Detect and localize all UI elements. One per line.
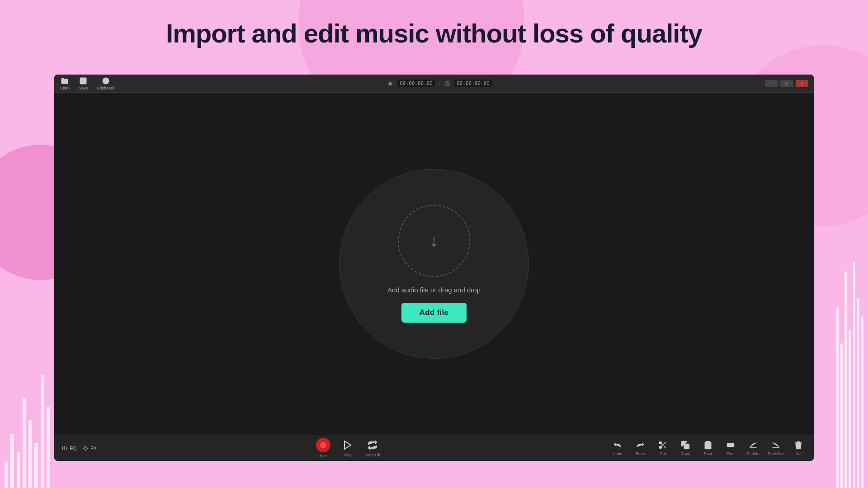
svg-point-12	[660, 442, 662, 444]
decorative-bar	[853, 262, 855, 488]
scissors-icon	[658, 440, 667, 450]
drop-zone[interactable]: ↓ Add audio file or drag and drop Add fi…	[339, 169, 529, 359]
loop-button[interactable]: Loop Off	[365, 439, 380, 457]
bars-right	[832, 217, 868, 488]
fadeout-button[interactable]: FadeOut	[768, 440, 784, 456]
undo-button[interactable]: Undo	[609, 440, 626, 456]
rec-button[interactable]: Rec	[316, 438, 330, 458]
download-arrow-icon: ↓	[430, 233, 438, 249]
window-controls: — □ ✕	[765, 80, 808, 87]
play-icon	[341, 439, 354, 451]
redo-icon	[636, 440, 645, 450]
time-display: 00:00:00.00 / 00:00:00.00	[387, 80, 492, 87]
decorative-bar	[849, 330, 851, 488]
save-button[interactable]: Save	[79, 77, 88, 90]
transport-controls: Rec Play	[116, 438, 580, 458]
svg-line-16	[661, 444, 663, 445]
loop-icon	[366, 439, 379, 451]
duration-time: 00:00:00.00	[454, 80, 492, 87]
minimize-button[interactable]: —	[765, 80, 778, 87]
decorative-bar	[836, 307, 839, 488]
edit-tools: Undo Redo	[580, 440, 807, 456]
title-bar: Open Save Clipboard	[54, 75, 814, 93]
svg-marker-2	[387, 81, 393, 86]
cut-button[interactable]: Cut	[655, 440, 671, 456]
decorative-bar	[41, 375, 44, 488]
decorative-bar	[840, 343, 843, 488]
open-icon	[61, 77, 69, 85]
bars-left	[0, 307, 54, 488]
fadein-icon	[749, 440, 758, 450]
delete-icon	[794, 440, 803, 450]
decorative-bar	[34, 443, 38, 488]
paste-button[interactable]: Past	[700, 440, 716, 456]
add-file-button[interactable]: Add file	[401, 303, 467, 323]
trim-icon	[726, 440, 735, 450]
open-button[interactable]: Open	[60, 77, 70, 90]
eq-button[interactable]: EQ	[61, 445, 77, 451]
svg-rect-18	[707, 441, 710, 443]
position-time: 00:00:00.00	[397, 80, 435, 87]
svg-line-15	[664, 446, 666, 448]
redo-button[interactable]: Redo	[632, 440, 648, 456]
svg-marker-10	[83, 446, 87, 450]
close-button[interactable]: ✕	[796, 80, 808, 87]
app-window: Open Save Clipboard	[54, 75, 814, 461]
drop-zone-inner: ↓	[398, 205, 470, 277]
decorative-bar	[28, 420, 32, 488]
fadeout-icon	[771, 440, 780, 450]
play-button[interactable]: Play	[341, 439, 354, 457]
copy-icon	[681, 440, 690, 450]
drop-instruction: Add audio file or drag and drop	[387, 286, 481, 294]
decorative-bar	[47, 407, 50, 488]
fadein-button[interactable]: FadeIn	[745, 440, 761, 456]
decorative-bar	[23, 398, 26, 488]
bottom-bar: EQ FX Rec	[54, 435, 814, 461]
decorative-bar	[857, 298, 859, 488]
decorative-bar	[10, 434, 14, 488]
title-bar-left: Open Save Clipboard	[60, 77, 114, 90]
decorative-bar	[5, 461, 8, 488]
main-content: ↓ Add audio file or drag and drop Add fi…	[54, 93, 814, 435]
clipboard-icon	[102, 77, 110, 85]
delete-button[interactable]: Del	[790, 440, 807, 456]
paste-icon	[703, 440, 712, 450]
save-icon	[79, 77, 87, 85]
svg-point-13	[660, 446, 662, 449]
maximize-button[interactable]: □	[780, 80, 793, 87]
decorative-bar	[17, 452, 20, 488]
copy-button[interactable]: Copy	[677, 440, 693, 456]
rec-icon	[316, 438, 330, 452]
svg-rect-17	[684, 444, 689, 449]
decorative-bar	[861, 316, 863, 488]
trim-button[interactable]: Trim	[722, 440, 739, 456]
bottom-left: EQ FX	[61, 445, 116, 451]
svg-marker-11	[344, 441, 351, 449]
clipboard-button[interactable]: Clipboard	[97, 77, 115, 90]
title-bar-center: 00:00:00.00 / 00:00:00.00	[114, 80, 765, 87]
page-heading: Import and edit music without loss of qu…	[0, 18, 868, 48]
decorative-bar	[844, 271, 847, 488]
fx-button[interactable]: FX	[82, 445, 97, 451]
title-bar-right: — □ ✕	[765, 80, 808, 87]
undo-icon	[613, 440, 622, 450]
